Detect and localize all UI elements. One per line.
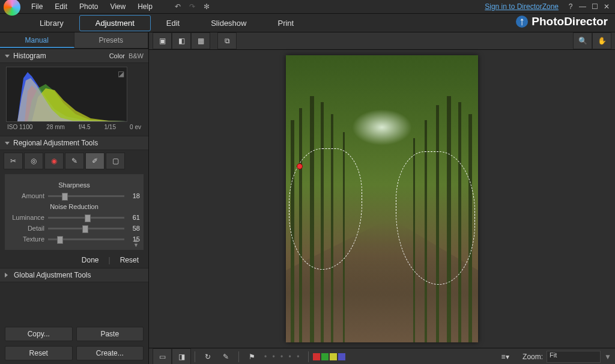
- sharpness-title: Sharpness: [8, 181, 140, 189]
- top-toolbar: ▣ ◧ ▦ ⧉ 🔍 ✋: [149, 32, 615, 50]
- redeye-tool-icon[interactable]: ◉: [44, 153, 64, 169]
- global-header[interactable]: Global Adjustment Tools: [0, 268, 148, 282]
- gradient-tool-icon[interactable]: ▢: [106, 153, 125, 169]
- menu-help[interactable]: Help: [132, 0, 159, 13]
- collapse-icon: [5, 55, 10, 58]
- view-secondary-icon[interactable]: ⧉: [217, 32, 237, 49]
- mode-library[interactable]: Library: [24, 16, 79, 31]
- collapse-icon: [5, 142, 10, 145]
- minimize-icon[interactable]: —: [578, 2, 587, 11]
- regional-header[interactable]: Regional Adjustment Tools: [0, 136, 148, 150]
- maximize-icon[interactable]: ☐: [590, 2, 599, 11]
- expand-icon: [5, 273, 10, 278]
- zoom-tool-icon[interactable]: 🔍: [573, 32, 592, 49]
- photo-preview[interactable]: [286, 55, 478, 342]
- hist-color[interactable]: Color: [109, 52, 125, 59]
- slider-group: Sharpness Amount 18 Noise Reduction Lumi…: [5, 174, 144, 250]
- redo-icon[interactable]: ↷: [187, 0, 197, 13]
- zoom-dropdown-icon[interactable]: ▼: [604, 353, 611, 361]
- reset-button[interactable]: Reset: [117, 256, 142, 264]
- close-icon[interactable]: ✕: [602, 2, 611, 11]
- zoom-select[interactable]: Fit: [547, 351, 601, 363]
- scroll-arrows[interactable]: ▲▼: [133, 238, 139, 247]
- view-single-icon[interactable]: ▣: [153, 32, 172, 49]
- histogram-panel: ◪ ISO 1100 28 mm f/4.5 1/15 0 ev: [0, 63, 148, 136]
- view-mode-b-icon[interactable]: ◨: [172, 348, 191, 364]
- luminance-slider[interactable]: Luminance 61: [8, 214, 140, 221]
- copy-button[interactable]: Copy...: [5, 327, 73, 341]
- noise-title: Noise Reduction: [8, 203, 140, 210]
- label-blue[interactable]: [338, 353, 345, 360]
- done-button[interactable]: Done: [78, 256, 103, 264]
- detail-slider[interactable]: Detail 58: [8, 225, 140, 232]
- filmstrip-icon[interactable]: ≡▾: [496, 349, 514, 364]
- mode-print[interactable]: Print: [262, 16, 309, 31]
- menu-bar: File Edit Photo View Help ↶ ↷ ✻ Sign in …: [0, 0, 615, 14]
- amount-slider[interactable]: Amount 18: [8, 192, 140, 199]
- menu-edit[interactable]: Edit: [49, 0, 73, 13]
- signin-link[interactable]: Sign in to DirectorZone: [485, 2, 559, 11]
- view-compare-icon[interactable]: ◧: [172, 32, 191, 49]
- histogram-chart: ◪: [6, 67, 127, 122]
- rotate-icon[interactable]: ↻: [199, 349, 217, 364]
- reset-all-button[interactable]: Reset: [5, 346, 73, 360]
- label-green[interactable]: [321, 353, 329, 360]
- zoom-label: Zoom:: [523, 353, 543, 361]
- clip-warning-icon[interactable]: ◪: [118, 70, 124, 78]
- histogram-meta: ISO 1100 28 mm f/4.5 1/15 0 ev: [6, 122, 142, 132]
- brand: ↑ PhotoDirector: [516, 15, 608, 28]
- label-red[interactable]: [313, 353, 320, 360]
- settings-icon[interactable]: ✻: [202, 0, 211, 13]
- left-panel: Manual Presets Histogram Color B&W ◪ I: [0, 32, 149, 364]
- menu-view[interactable]: View: [104, 0, 132, 13]
- pan-tool-icon[interactable]: ✋: [592, 32, 611, 49]
- mode-adjustment[interactable]: Adjustment: [79, 15, 151, 31]
- menu-file[interactable]: File: [25, 0, 49, 13]
- histogram-header[interactable]: Histogram Color B&W: [0, 49, 148, 63]
- view-grid-icon[interactable]: ▦: [191, 32, 210, 49]
- brush-tool-icon[interactable]: ✎: [65, 153, 84, 169]
- brand-icon: ↑: [516, 16, 528, 28]
- help-icon[interactable]: ?: [566, 2, 575, 11]
- rating-dots[interactable]: • • • • •: [264, 353, 301, 361]
- create-button[interactable]: Create...: [76, 346, 144, 360]
- view-mode-a-icon[interactable]: ▭: [153, 348, 172, 364]
- menu-photo[interactable]: Photo: [73, 0, 104, 13]
- undo-icon[interactable]: ↶: [173, 0, 183, 13]
- hist-bw[interactable]: B&W: [129, 52, 144, 59]
- subtab-manual[interactable]: Manual: [0, 32, 74, 48]
- texture-slider[interactable]: Texture 15: [8, 235, 140, 243]
- smart-brush-tool-icon[interactable]: ✐: [85, 153, 105, 169]
- regional-tools: ✂ ◎ ◉ ✎ ✐ ▢: [0, 150, 148, 172]
- spot-tool-icon[interactable]: ◎: [24, 153, 43, 169]
- canvas[interactable]: [149, 50, 615, 348]
- subtab-presets[interactable]: Presets: [74, 32, 149, 48]
- mode-slideshow[interactable]: Slideshow: [195, 16, 262, 31]
- paste-button[interactable]: Paste: [76, 327, 144, 341]
- subtabs: Manual Presets: [0, 32, 148, 49]
- brand-text: PhotoDirector: [532, 15, 608, 28]
- label-yellow[interactable]: [330, 353, 337, 360]
- main-area: ▣ ◧ ▦ ⧉ 🔍 ✋: [149, 32, 615, 364]
- mask-pin-icon[interactable]: [297, 163, 303, 169]
- crop-tool-icon[interactable]: ✂: [4, 153, 23, 169]
- mode-edit[interactable]: Edit: [151, 16, 195, 31]
- bottom-toolbar: ▭ ◨ ↻ ✎ ⚑ • • • • • ≡▾ Zoom: Fit ▼: [149, 348, 615, 364]
- done-row: Done | Reset: [0, 252, 148, 268]
- flag-icon[interactable]: ⚑: [243, 349, 261, 364]
- edit-icon[interactable]: ✎: [217, 349, 235, 364]
- mode-bar: Library Adjustment Edit Slideshow Print …: [0, 14, 615, 32]
